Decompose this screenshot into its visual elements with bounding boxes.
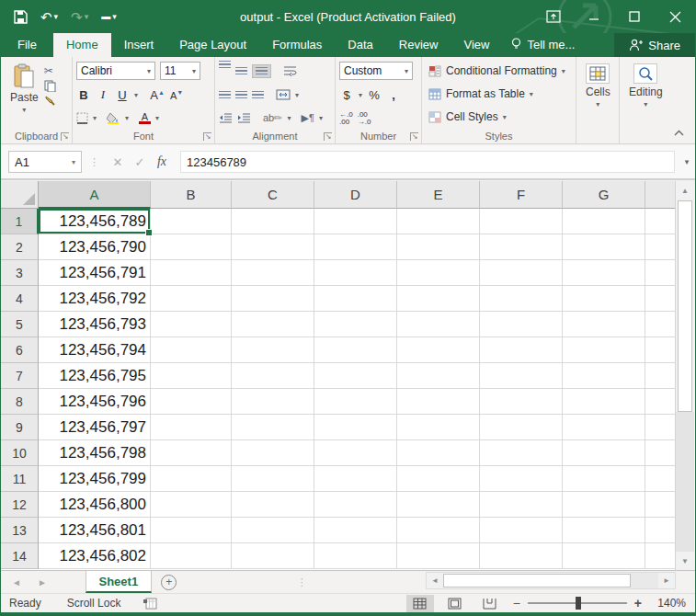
cell-f6[interactable]	[480, 337, 563, 363]
cell-c12[interactable]	[232, 492, 314, 518]
cell-a2[interactable]: 123,456,790	[39, 234, 151, 260]
cell-f4[interactable]	[480, 286, 563, 312]
cell-d4[interactable]	[314, 286, 397, 312]
cell-c4[interactable]	[232, 286, 314, 312]
row-header-10[interactable]: 10	[1, 440, 39, 466]
comma-style-button[interactable]: ,	[386, 88, 401, 102]
cells-dropdown-icon[interactable]: ▾	[596, 100, 599, 108]
font-name-select[interactable]: Calibri▾	[76, 62, 155, 80]
enter-icon[interactable]: ✓	[129, 155, 151, 169]
orientation-dropdown-icon[interactable]: ▾	[287, 114, 291, 122]
redo-icon[interactable]: ↷▾	[71, 10, 88, 24]
paste-button[interactable]: Paste ▾	[5, 61, 44, 129]
underline-dropdown-icon[interactable]: ▾	[134, 91, 138, 99]
cell-e2[interactable]	[397, 234, 480, 260]
column-header-e[interactable]: E	[397, 181, 480, 209]
align-top-icon[interactable]	[219, 61, 231, 69]
formula-bar-expand-icon[interactable]: ▾	[679, 157, 695, 166]
cell-e4[interactable]	[397, 286, 480, 312]
bold-button[interactable]: B	[76, 88, 91, 102]
cell-g4[interactable]	[563, 286, 645, 312]
cell-h13[interactable]	[645, 518, 677, 543]
redo-dropdown-icon[interactable]: ▾	[85, 13, 89, 21]
cell-e10[interactable]	[397, 440, 480, 466]
insert-function-icon[interactable]: fx	[151, 154, 173, 169]
cell-h9[interactable]	[645, 415, 677, 440]
cell-a14[interactable]: 123,456,802	[39, 543, 151, 569]
cell-d13[interactable]	[314, 518, 397, 543]
fill-color-button[interactable]	[107, 112, 120, 124]
cell-d5[interactable]	[314, 312, 397, 337]
text-direction-dropdown-icon[interactable]: ▾	[319, 114, 323, 122]
cell-g3[interactable]	[563, 260, 645, 286]
customize-qat-icon[interactable]: ▬▾	[101, 12, 117, 21]
accounting-format-button[interactable]: $	[339, 88, 354, 102]
cell-e3[interactable]	[397, 260, 480, 286]
normal-view-button[interactable]	[406, 595, 434, 612]
number-dialog-launcher-icon[interactable]: ↘	[410, 132, 418, 141]
cell-c11[interactable]	[232, 466, 314, 492]
horizontal-scroll-track[interactable]	[631, 573, 658, 588]
cell-d3[interactable]	[314, 260, 397, 286]
font-dialog-launcher-icon[interactable]: ↘	[203, 132, 211, 141]
cell-a11[interactable]: 123,456,799	[39, 466, 151, 492]
cell-a13[interactable]: 123,456,801	[39, 518, 151, 543]
row-header-3[interactable]: 3	[1, 260, 39, 286]
page-break-view-button[interactable]	[476, 595, 504, 612]
align-middle-icon[interactable]	[235, 67, 247, 75]
font-color-dropdown-icon[interactable]: ▾	[155, 114, 159, 122]
tab-review[interactable]: Review	[386, 33, 451, 57]
zoom-slider-thumb[interactable]	[576, 597, 581, 610]
cell-e12[interactable]	[397, 492, 480, 518]
cell-d9[interactable]	[314, 415, 397, 440]
cell-h12[interactable]	[645, 492, 677, 518]
cell-h6[interactable]	[645, 337, 677, 363]
row-header-8[interactable]: 8	[1, 389, 39, 415]
cell-h8[interactable]	[645, 389, 677, 415]
scroll-down-icon[interactable]: ▼	[676, 552, 694, 570]
cell-d7[interactable]	[314, 363, 397, 389]
cell-a8[interactable]: 123,456,796	[39, 389, 151, 415]
align-center-icon[interactable]	[235, 91, 247, 99]
cell-styles-button[interactable]: Cell Styles▾	[428, 107, 572, 127]
vertical-scrollbar[interactable]: ▲ ▼	[675, 181, 694, 570]
vertical-scroll-thumb[interactable]	[678, 200, 692, 412]
format-as-table-button[interactable]: Format as Table▾	[428, 84, 572, 104]
cell-c13[interactable]	[232, 518, 314, 543]
sheet-nav-left-icon[interactable]: ◄	[12, 577, 21, 587]
percent-style-button[interactable]: %	[367, 88, 382, 102]
alignment-dialog-launcher-icon[interactable]: ↘	[324, 132, 332, 141]
tab-scroll-splitter[interactable]: ⋮	[297, 571, 307, 593]
merge-center-dropdown-icon[interactable]: ▾	[295, 91, 299, 99]
ribbon-display-options-icon[interactable]	[533, 0, 574, 33]
select-all-button[interactable]	[1, 181, 39, 209]
cell-g8[interactable]	[563, 389, 645, 415]
borders-button[interactable]	[76, 112, 88, 124]
cell-g1[interactable]	[563, 209, 645, 234]
cell-d8[interactable]	[314, 389, 397, 415]
cell-d1[interactable]	[314, 209, 397, 234]
row-header-5[interactable]: 5	[1, 312, 39, 337]
cancel-icon[interactable]: ✕	[107, 155, 129, 169]
italic-button[interactable]: I	[96, 87, 110, 102]
close-icon[interactable]	[655, 0, 695, 33]
cell-g13[interactable]	[563, 518, 645, 543]
row-header-1[interactable]: 1	[1, 209, 39, 234]
row-header-11[interactable]: 11	[1, 466, 39, 492]
cell-e8[interactable]	[397, 389, 480, 415]
formula-input[interactable]: 123456789	[180, 151, 675, 173]
page-layout-view-button[interactable]	[441, 595, 469, 612]
cell-g9[interactable]	[563, 415, 645, 440]
cell-e6[interactable]	[397, 337, 480, 363]
cell-a4[interactable]: 123,456,792	[39, 286, 151, 312]
cell-b7[interactable]	[151, 363, 232, 389]
cell-a5[interactable]: 123,456,793	[39, 312, 151, 337]
accounting-dropdown-icon[interactable]: ▾	[359, 91, 362, 99]
row-header-7[interactable]: 7	[1, 363, 39, 389]
cell-b14[interactable]	[151, 543, 232, 569]
cell-b4[interactable]	[151, 286, 232, 312]
tab-formulas[interactable]: Formulas	[259, 33, 335, 57]
cell-b3[interactable]	[151, 260, 232, 286]
row-header-2[interactable]: 2	[1, 234, 39, 260]
cell-b12[interactable]	[151, 492, 232, 518]
